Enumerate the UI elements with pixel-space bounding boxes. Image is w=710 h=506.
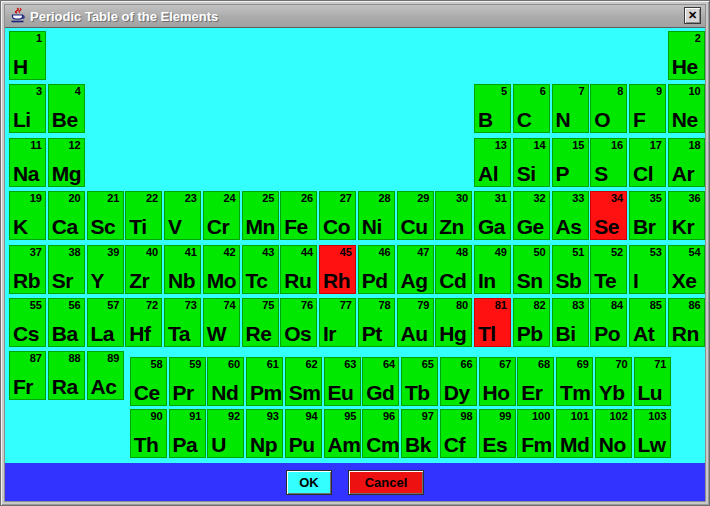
element-cell-Nb[interactable]: 41Nb [164, 245, 201, 294]
element-cell-Zr[interactable]: 40Zr [125, 245, 162, 294]
title-bar[interactable]: Periodic Table of the Elements ✕ [5, 5, 705, 28]
element-cell-Np[interactable]: 93Np [246, 409, 283, 458]
close-button[interactable]: ✕ [684, 7, 701, 24]
element-cell-Ni[interactable]: 28Ni [358, 191, 395, 240]
element-cell-Zn[interactable]: 30Zn [435, 191, 472, 240]
element-cell-U[interactable]: 92U [207, 409, 244, 458]
element-cell-Sc[interactable]: 21Sc [87, 191, 124, 240]
element-cell-Mn[interactable]: 25Mn [242, 191, 279, 240]
element-cell-Cl[interactable]: 17Cl [629, 138, 666, 187]
element-cell-Re[interactable]: 75Re [242, 298, 279, 347]
element-cell-Ne[interactable]: 10Ne [668, 84, 705, 133]
element-cell-Ar[interactable]: 18Ar [668, 138, 705, 187]
element-cell-Si[interactable]: 14Si [513, 138, 550, 187]
element-cell-Hg[interactable]: 80Hg [435, 298, 472, 347]
element-cell-Be[interactable]: 4Be [48, 84, 85, 133]
element-cell-Os[interactable]: 76Os [280, 298, 317, 347]
element-cell-Tl[interactable]: 81Tl [474, 298, 511, 347]
element-cell-Hf[interactable]: 72Hf [125, 298, 162, 347]
element-cell-F[interactable]: 9F [629, 84, 666, 133]
element-cell-K[interactable]: 19K [9, 191, 46, 240]
element-cell-Cu[interactable]: 29Cu [397, 191, 434, 240]
element-cell-Co[interactable]: 27Co [319, 191, 356, 240]
element-cell-Er[interactable]: 68Er [517, 357, 554, 406]
element-cell-Cf[interactable]: 98Cf [440, 409, 477, 458]
element-cell-Cd[interactable]: 48Cd [435, 245, 472, 294]
element-cell-Rb[interactable]: 37Rb [9, 245, 46, 294]
element-cell-Ca[interactable]: 20Ca [48, 191, 85, 240]
element-cell-Bi[interactable]: 83Bi [552, 298, 589, 347]
element-cell-I[interactable]: 53I [629, 245, 666, 294]
element-cell-Cs[interactable]: 55Cs [9, 298, 46, 347]
element-cell-Rh[interactable]: 45Rh [319, 245, 356, 294]
element-cell-At[interactable]: 85At [629, 298, 666, 347]
element-cell-Dy[interactable]: 66Dy [440, 357, 477, 406]
element-cell-Tb[interactable]: 65Tb [401, 357, 438, 406]
element-cell-Mo[interactable]: 42Mo [203, 245, 240, 294]
element-cell-Pa[interactable]: 91Pa [169, 409, 206, 458]
element-cell-Y[interactable]: 39Y [87, 245, 124, 294]
element-cell-W[interactable]: 74W [203, 298, 240, 347]
element-cell-He[interactable]: 2He [668, 31, 705, 80]
element-cell-Ta[interactable]: 73Ta [164, 298, 201, 347]
element-cell-Pr[interactable]: 59Pr [169, 357, 206, 406]
element-cell-Eu[interactable]: 63Eu [324, 357, 361, 406]
element-cell-Bk[interactable]: 97Bk [401, 409, 438, 458]
element-cell-Ho[interactable]: 67Ho [479, 357, 516, 406]
element-cell-Tc[interactable]: 43Tc [242, 245, 279, 294]
element-cell-Fm[interactable]: 100Fm [517, 409, 554, 458]
element-cell-Ti[interactable]: 22Ti [125, 191, 162, 240]
element-cell-Sr[interactable]: 38Sr [48, 245, 85, 294]
element-cell-Sb[interactable]: 51Sb [552, 245, 589, 294]
element-cell-Ac[interactable]: 89Ac [87, 351, 124, 400]
element-cell-Gd[interactable]: 64Gd [362, 357, 399, 406]
element-cell-N[interactable]: 7N [552, 84, 589, 133]
element-cell-Fe[interactable]: 26Fe [280, 191, 317, 240]
element-cell-Th[interactable]: 90Th [130, 409, 167, 458]
element-cell-Lu[interactable]: 71Lu [634, 357, 671, 406]
element-cell-Na[interactable]: 11Na [9, 138, 46, 187]
element-cell-Al[interactable]: 13Al [474, 138, 511, 187]
element-cell-Pt[interactable]: 78Pt [358, 298, 395, 347]
element-cell-In[interactable]: 49In [474, 245, 511, 294]
element-cell-Pu[interactable]: 94Pu [285, 409, 322, 458]
element-cell-Br[interactable]: 35Br [629, 191, 666, 240]
cancel-button[interactable]: Cancel [348, 470, 424, 495]
element-cell-Pb[interactable]: 82Pb [513, 298, 550, 347]
element-cell-Ra[interactable]: 88Ra [48, 351, 85, 400]
element-cell-La[interactable]: 57La [87, 298, 124, 347]
element-cell-S[interactable]: 16S [590, 138, 627, 187]
element-cell-O[interactable]: 8O [590, 84, 627, 133]
element-cell-Mg[interactable]: 12Mg [48, 138, 85, 187]
element-cell-Cr[interactable]: 24Cr [203, 191, 240, 240]
element-cell-Ag[interactable]: 47Ag [397, 245, 434, 294]
element-cell-Ge[interactable]: 32Ge [513, 191, 550, 240]
element-cell-Ga[interactable]: 31Ga [474, 191, 511, 240]
element-cell-H[interactable]: 1H [9, 31, 46, 80]
element-cell-P[interactable]: 15P [552, 138, 589, 187]
element-cell-Sm[interactable]: 62Sm [285, 357, 322, 406]
element-cell-Xe[interactable]: 54Xe [668, 245, 705, 294]
element-cell-Es[interactable]: 99Es [479, 409, 516, 458]
element-cell-Po[interactable]: 84Po [590, 298, 627, 347]
element-cell-Ce[interactable]: 58Ce [130, 357, 167, 406]
element-cell-Am[interactable]: 95Am [324, 409, 361, 458]
element-cell-B[interactable]: 5B [474, 84, 511, 133]
element-cell-Au[interactable]: 79Au [397, 298, 434, 347]
ok-button[interactable]: OK [286, 470, 332, 495]
element-cell-Lw[interactable]: 103Lw [634, 409, 671, 458]
element-cell-Pm[interactable]: 61Pm [246, 357, 283, 406]
element-cell-Ir[interactable]: 77Ir [319, 298, 356, 347]
element-cell-Te[interactable]: 52Te [590, 245, 627, 294]
element-cell-Kr[interactable]: 36Kr [668, 191, 705, 240]
element-cell-As[interactable]: 33As [552, 191, 589, 240]
element-cell-Tm[interactable]: 69Tm [556, 357, 593, 406]
element-cell-No[interactable]: 102No [595, 409, 632, 458]
element-cell-Se[interactable]: 34Se [590, 191, 627, 240]
element-cell-Md[interactable]: 101Md [556, 409, 593, 458]
element-cell-Cm[interactable]: 96Cm [362, 409, 399, 458]
element-cell-C[interactable]: 6C [513, 84, 550, 133]
element-cell-V[interactable]: 23V [164, 191, 201, 240]
element-cell-Rn[interactable]: 86Rn [668, 298, 705, 347]
element-cell-Nd[interactable]: 60Nd [207, 357, 244, 406]
